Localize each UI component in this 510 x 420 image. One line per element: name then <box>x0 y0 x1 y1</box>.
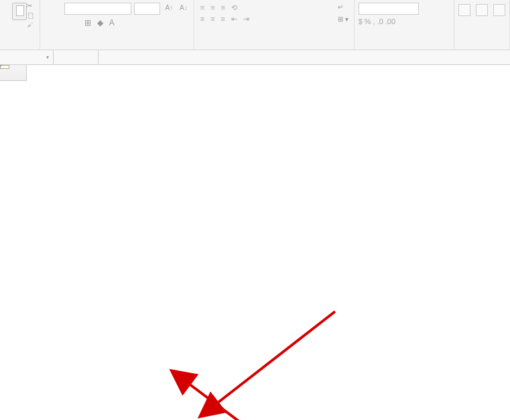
brush-icon <box>27 20 33 29</box>
table-format-icon <box>476 4 488 16</box>
align-bottom-button[interactable]: ≡ <box>219 3 227 13</box>
indent-increase-button[interactable]: ⇥ <box>241 14 251 24</box>
autocomplete-tooltip <box>0 65 9 69</box>
cell-style-icon <box>493 4 505 16</box>
orientation-button[interactable]: ⟲ <box>229 3 239 13</box>
font-name-select[interactable] <box>64 3 131 15</box>
increase-decimal-button[interactable]: .0 <box>377 17 383 25</box>
annotation-arrow-1 <box>208 305 342 415</box>
svg-line-3 <box>186 382 294 420</box>
confirm-formula-button[interactable] <box>68 50 83 65</box>
table-format-button[interactable] <box>476 4 488 17</box>
copy-button[interactable] <box>27 11 36 20</box>
currency-button[interactable]: $ <box>359 17 363 25</box>
number-format-select[interactable] <box>359 3 419 15</box>
cancel-formula-button[interactable] <box>54 50 68 65</box>
formula-autocomplete[interactable] <box>0 65 1 66</box>
align-center-button[interactable]: ≡ <box>208 14 216 24</box>
indent-decrease-button[interactable]: ⇤ <box>229 14 239 24</box>
name-box[interactable] <box>0 50 54 64</box>
percent-button[interactable]: % <box>365 17 371 25</box>
align-group: ≡ ≡ ≡ ⟲ ≡ ≡ ≡ ⇤ ⇥ ↵ ⊞ ▾ <box>194 0 355 50</box>
formula-bar <box>0 50 510 65</box>
border-button[interactable]: ⊞ <box>82 17 93 28</box>
merge-center-button[interactable]: ⊞ ▾ <box>338 13 348 25</box>
annotation-arrow-2 <box>180 368 314 420</box>
format-painter-button[interactable] <box>27 20 36 29</box>
bold-button[interactable] <box>64 17 68 28</box>
scissors-icon <box>27 1 32 11</box>
font-size-select[interactable] <box>134 3 161 15</box>
number-group: $ % , .0 .00 <box>355 0 454 50</box>
cut-button[interactable] <box>27 1 36 11</box>
align-right-button[interactable]: ≡ <box>219 14 227 24</box>
svg-line-1 <box>214 311 335 405</box>
decrease-font-button[interactable]: A↓ <box>178 3 190 15</box>
copy-icon <box>27 11 34 20</box>
align-left-button[interactable]: ≡ <box>198 14 206 24</box>
comma-button[interactable]: , <box>373 17 375 25</box>
wrap-text-button[interactable]: ↵ <box>338 1 348 13</box>
conditional-format-button[interactable] <box>458 4 470 17</box>
decrease-decimal-button[interactable]: .00 <box>385 17 395 25</box>
align-middle-button[interactable]: ≡ <box>208 3 216 13</box>
italic-button[interactable] <box>70 17 74 28</box>
conditional-format-icon <box>458 4 470 16</box>
fx-button[interactable] <box>83 50 98 65</box>
paste-icon <box>12 3 27 20</box>
clipboard-side <box>27 1 36 29</box>
align-top-button[interactable]: ≡ <box>198 3 206 13</box>
fill-color-button[interactable]: ◆ <box>95 17 105 28</box>
cell-style-button[interactable] <box>493 4 505 17</box>
font-group: A↑ A↓ ⊞ ◆ A <box>60 0 194 50</box>
increase-font-button[interactable]: A↑ <box>163 3 175 15</box>
style-group <box>454 0 510 50</box>
underline-button[interactable] <box>76 17 80 28</box>
font-color-button[interactable]: A <box>107 17 117 28</box>
ribbon-toolbar: A↑ A↓ ⊞ ◆ A ≡ ≡ ≡ ⟲ ≡ ≡ ≡ ⇤ ⇥ ↵ ⊞ <box>0 0 510 50</box>
